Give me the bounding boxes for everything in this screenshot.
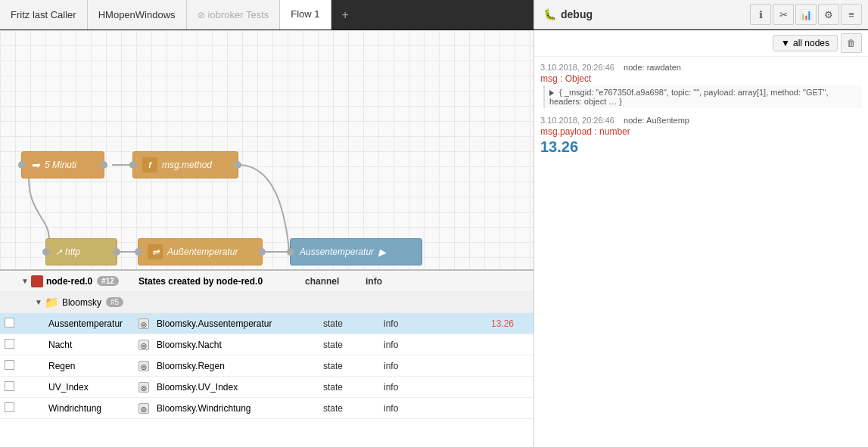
- sub-triangle-icon: ▼: [35, 298, 42, 306]
- function-node[interactable]: f msg.method: [132, 151, 238, 178]
- filter-icon: ▼: [781, 38, 790, 48]
- row-role-aussentemperatur: info: [384, 318, 444, 329]
- debug-entry-0: 3.10.2018, 20:26:46 node: rawdaten msg :…: [540, 63, 862, 108]
- json-port-right: [258, 248, 266, 256]
- checkbox-windrichtung[interactable]: [5, 402, 14, 412]
- debug-entry-1: 3.10.2018, 20:26:46 node: Außentemp msg.…: [540, 116, 862, 156]
- state-icon-nacht: ◎: [138, 340, 149, 350]
- row-role-regen: info: [384, 361, 444, 371]
- debug-object-0: { _msgid: "e767350f.a9a698", topic: "", …: [543, 85, 862, 108]
- bottom-table: ▼ node-red.0 #12 States created by node-…: [0, 269, 534, 447]
- state-icon-regen: ◎: [138, 361, 149, 371]
- checkbox-regen[interactable]: [5, 360, 14, 370]
- tab-fritz[interactable]: Fritz last Caller: [0, 0, 88, 29]
- row-path-uv-index: Bloomsky.UV_Index: [157, 382, 323, 393]
- tab-add-button[interactable]: +: [331, 0, 359, 29]
- expand-icon-0[interactable]: [549, 90, 554, 96]
- tab-flow1[interactable]: Flow 1: [280, 0, 331, 29]
- group-name-col: ▼ node-red.0 #12: [21, 275, 138, 287]
- state-icon-uv: ◎: [138, 382, 149, 393]
- row-role-windrichtung: info: [384, 403, 444, 414]
- row-regen-name-col: Regen: [21, 361, 138, 371]
- tab-add-icon: +: [342, 8, 349, 22]
- info-icon-btn[interactable]: ℹ: [750, 4, 771, 25]
- row-type-windrichtung: state: [323, 403, 384, 414]
- row-uv-name-col: UV_Index: [21, 382, 138, 393]
- tab-hm[interactable]: HMopenWindows: [88, 0, 187, 29]
- http-port-left: [42, 248, 50, 256]
- row-path-nacht: Bloomsky.Nacht: [157, 340, 323, 350]
- inject-node[interactable]: ➡ 5 Minuti: [21, 151, 104, 178]
- row-role-nacht: info: [384, 340, 444, 350]
- json-icon: ⇌: [148, 244, 163, 259]
- inject-arrow-icon: ➡: [31, 159, 40, 171]
- settings-icon-btn[interactable]: ⚙: [818, 4, 839, 25]
- debug-value-large-1: 13.26: [540, 138, 862, 156]
- menu-icon-btn[interactable]: ≡: [841, 4, 862, 25]
- group-node-red[interactable]: ▼ node-red.0 #12 States created by node-…: [0, 271, 534, 292]
- http-node[interactable]: ↗ http: [45, 238, 117, 265]
- filter-button[interactable]: ▼ all nodes: [773, 35, 838, 51]
- debug-ts-text-0: 3.10.2018, 20:26:46: [540, 63, 614, 72]
- row-path-aussentemperatur: Bloomsky.Aussentemperatur: [157, 318, 323, 329]
- inject-label: 5 Minuti: [45, 160, 76, 170]
- clear-debug-button[interactable]: 🗑: [841, 33, 862, 53]
- mqtt-arrow-icon: ▶: [378, 247, 386, 258]
- folder-icon: 📁: [45, 296, 59, 309]
- tab-hm-label: HMopenWindows: [98, 9, 176, 20]
- row-role-uv-index: info: [384, 382, 444, 393]
- filter-label: all nodes: [793, 38, 829, 48]
- debug-node-text-1: node: Außentemp: [624, 116, 689, 125]
- tab-fritz-label: Fritz last Caller: [11, 9, 76, 20]
- panel-icons: ℹ ✂ 📊 ⚙ ≡: [750, 4, 868, 25]
- checkbox-uv-index[interactable]: [5, 381, 14, 391]
- row-type-uv-index: state: [323, 382, 384, 393]
- group-type-col: channel: [305, 276, 366, 287]
- mqtt-node[interactable]: Aussentemperatur ▶: [290, 238, 422, 265]
- group-triangle-icon: ▼: [21, 277, 29, 285]
- row-windrichtung-name-col: Windrichtung: [21, 403, 138, 414]
- debug-icon: 🐛: [543, 8, 556, 20]
- checkbox-nacht[interactable]: [5, 339, 14, 349]
- json-node[interactable]: ⇌ Außentemperatur: [138, 238, 263, 265]
- row-path-windrichtung: Bloomsky.Windrichtung: [157, 403, 323, 414]
- mqtt-port-left: [287, 248, 294, 256]
- http-label: http: [65, 247, 80, 257]
- row-type-aussentemperatur: state: [323, 318, 384, 329]
- tab-iobroker[interactable]: ⊘ iobroker Tests: [187, 0, 281, 29]
- right-debug-panel: ▼ all nodes 🗑 3.10.2018, 20:26:46 node: …: [534, 30, 868, 447]
- debug-timestamp-0: 3.10.2018, 20:26:46 node: rawdaten: [540, 63, 862, 72]
- json-label: Außentemperatur: [167, 247, 238, 257]
- debug-title-text: debug: [561, 8, 593, 20]
- left-section: ➡ 5 Minuti f msg.method ↗ http: [0, 30, 534, 447]
- row-uv-index[interactable]: UV_Index ◎ Bloomsky.UV_Index state info: [0, 377, 534, 398]
- row-regen[interactable]: Regen ◎ Bloomsky.Regen state info: [0, 355, 534, 377]
- function-port-left: [129, 161, 137, 169]
- mqtt-label: Aussentemperatur: [300, 247, 374, 257]
- function-icon: f: [142, 157, 157, 172]
- trash-icon: 🗑: [847, 38, 856, 48]
- row-aussentemperatur[interactable]: Aussentemperatur ◎ Bloomsky.Aussentemper…: [0, 313, 534, 334]
- json-port-left: [135, 248, 142, 256]
- http-port-right: [113, 248, 120, 256]
- row-windrichtung[interactable]: Windrichtung ◎ Bloomsky.Windrichtung sta…: [0, 398, 534, 419]
- row-nacht-name-col: Nacht: [21, 340, 138, 350]
- row-name-col: Aussentemperatur: [21, 318, 138, 329]
- chart-icon-btn[interactable]: 📊: [795, 4, 817, 25]
- row-nacht[interactable]: Nacht ◎ Bloomsky.Nacht state info: [0, 334, 534, 355]
- debug-node-text-0: node: rawdaten: [624, 63, 681, 72]
- row-name-aussentemperatur: Aussentemperatur: [48, 318, 123, 329]
- tab-iobroker-icon: ⊘: [198, 10, 205, 20]
- checkbox-aussentemperatur[interactable]: [5, 318, 14, 327]
- http-icon: ↗: [55, 247, 62, 257]
- tab-bar: Fritz last Caller HMopenWindows ⊘ iobrok…: [0, 0, 868, 30]
- function-label: msg.method: [162, 160, 212, 170]
- sub-name-col: ▼ 📁 Bloomsky #5: [21, 296, 138, 309]
- subgroup-bloomsky[interactable]: ▼ 📁 Bloomsky #5: [0, 292, 534, 313]
- scissors-icon-btn[interactable]: ✂: [773, 4, 794, 25]
- sub-name-text: Bloomsky: [62, 297, 101, 308]
- tab-flow1-label: Flow 1: [291, 8, 319, 20]
- row-name-uv-index: UV_Index: [48, 382, 89, 393]
- state-icon-aussentemperatur: ◎: [138, 318, 149, 329]
- group-name-text: node-red.0: [46, 276, 92, 287]
